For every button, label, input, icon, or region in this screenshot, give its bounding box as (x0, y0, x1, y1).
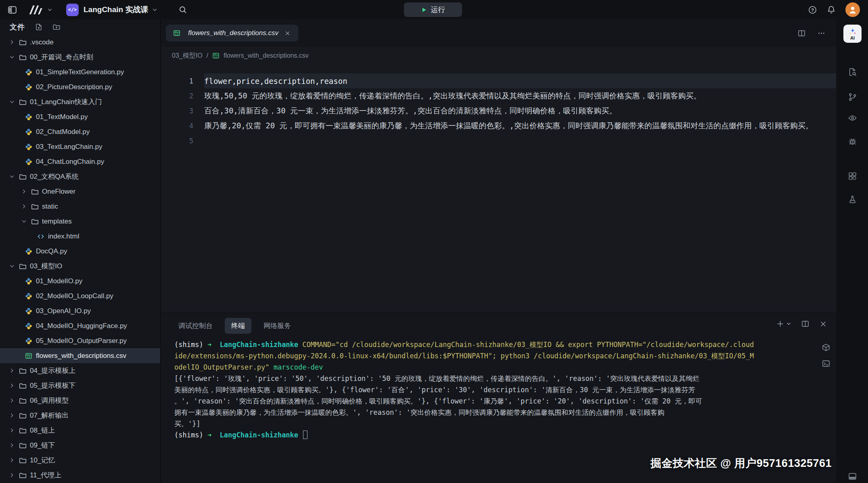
search-icon[interactable] (178, 5, 187, 14)
search-files-icon[interactable] (848, 67, 857, 77)
help-icon[interactable]: ? (808, 5, 817, 15)
tree-item-label: 03_TextLangChain.py (36, 143, 102, 151)
logo-chevron-down-icon[interactable] (47, 7, 52, 13)
tree-item[interactable]: OneFlower (0, 184, 160, 199)
chevron-down-icon (9, 99, 15, 105)
tree-item[interactable]: templates (0, 214, 160, 229)
package-icon[interactable] (822, 343, 830, 352)
toggle-panel-icon[interactable] (848, 472, 857, 481)
workspace-badge[interactable]: </> (66, 4, 79, 16)
tree-item[interactable]: 01_SimpleTextGeneration.py (0, 65, 160, 79)
code-line[interactable]: 3百合,30,清新百合，30 元一束，为生活增添一抹淡雅芬芳。,突出百合的清新淡… (161, 103, 836, 118)
tab-debug-console[interactable]: 调试控制台 (172, 318, 219, 334)
more-actions-icon[interactable] (817, 29, 826, 38)
new-file-icon[interactable] (35, 23, 43, 31)
terminal-text-out: 美丽的特点，同时强调价格实惠，吸引顾客购买。'}, {'flower': '百合… (174, 386, 695, 394)
tree-item[interactable]: 01_ModelIO.py (0, 274, 160, 289)
tree-item[interactable]: 03_TextLangChain.py (0, 139, 160, 154)
ai-assistant-button[interactable]: AI (843, 25, 862, 43)
code-editor[interactable]: 1flower,price,description,reason2玫瑰,50,5… (161, 65, 836, 313)
terminal-text-out: 。', 'reason': '突出百合的清新淡雅特点，同时明确价格，吸引顾客购买… (174, 397, 702, 405)
run-button[interactable]: 运行 (404, 2, 462, 17)
chevron-right-icon (9, 442, 15, 448)
code-line[interactable]: 5 (161, 133, 836, 148)
tree-item[interactable]: DocQA.py (0, 244, 160, 259)
tree-item[interactable]: flowers_with_descriptions.csv (0, 348, 160, 363)
split-editor-icon[interactable] (797, 29, 806, 38)
editor-area: flowers_with_descriptions.csv 03_模型IO / … (161, 19, 836, 483)
workspace-chevron-down-icon[interactable] (152, 7, 157, 13)
folder-icon (19, 382, 26, 389)
tree-item[interactable]: 09_链下 (0, 438, 160, 453)
terminal-panel-icon[interactable] (822, 359, 830, 368)
tree-item[interactable]: .vscode (0, 35, 160, 50)
workspace-name[interactable]: LangChain 实战课 (84, 4, 148, 15)
svg-text:?: ? (811, 7, 814, 12)
tree-item[interactable]: 05_提示模板下 (0, 378, 160, 393)
tree-item[interactable]: 04_ChatLongChain.py (0, 154, 160, 169)
debug-icon[interactable] (848, 137, 857, 146)
tree-item[interactable]: 10_记忆 (0, 453, 160, 468)
tree-item[interactable]: 01_TextModel.py (0, 109, 160, 124)
split-terminal-icon[interactable] (801, 320, 809, 328)
file-tree: .vscode00_开篇词_奇点时刻01_SimpleTextGeneratio… (0, 35, 160, 483)
tree-item[interactable]: 03_OpenAI_IO.py (0, 303, 160, 318)
notifications-icon[interactable] (827, 5, 836, 14)
toggle-sidebar-icon[interactable] (7, 5, 17, 15)
folder-icon (19, 397, 26, 404)
tab-network[interactable]: 网络服务 (257, 318, 297, 334)
tree-item-label: 03_模型IO (30, 261, 62, 271)
tree-item[interactable]: static (0, 199, 160, 214)
chevron-right-icon (9, 427, 15, 433)
marscode-logo (28, 5, 44, 15)
folder-icon (19, 442, 26, 449)
tree-item[interactable]: 00_开篇词_奇点时刻 (0, 50, 160, 65)
breadcrumb-file[interactable]: flowers_with_descriptions.csv (224, 52, 309, 59)
tab-terminal[interactable]: 终端 (225, 318, 251, 334)
python-icon (25, 307, 32, 315)
python-icon (25, 248, 32, 255)
breadcrumb-folder[interactable]: 03_模型IO (172, 52, 203, 60)
code-line[interactable]: 2玫瑰,50,50 元的玫瑰，绽放着爱情的绚烂，传递着深情的告白。,突出玫瑰代表… (161, 88, 836, 103)
breadcrumb[interactable]: 03_模型IO / flowers_with_descriptions.csv (172, 47, 309, 65)
ai-label: AI (850, 36, 855, 40)
close-panel-icon[interactable] (819, 320, 827, 328)
tree-item[interactable]: 04_ModelIO_HuggingFace.py (0, 318, 160, 333)
python-icon (25, 143, 32, 151)
extensions-icon[interactable] (848, 171, 857, 181)
avatar[interactable] (845, 2, 860, 17)
tree-item[interactable]: index.html (0, 229, 160, 244)
play-icon (421, 7, 427, 13)
tree-item-label: 01_TextModel.py (36, 113, 88, 121)
tree-item[interactable]: 04_提示模板上 (0, 363, 160, 378)
tests-icon[interactable] (848, 195, 857, 204)
tree-item[interactable]: 03_模型IO (0, 259, 160, 274)
folder-icon (19, 54, 26, 61)
tree-item[interactable]: 02_ChatModel.py (0, 124, 160, 139)
tree-item[interactable]: 02_文档QA系统 (0, 169, 160, 184)
python-icon (25, 293, 32, 300)
folder-icon (31, 218, 38, 225)
tree-item[interactable]: 08_链上 (0, 423, 160, 438)
tree-item[interactable]: 02_PictureDescription.py (0, 79, 160, 94)
code-line[interactable]: 1flower,price,description,reason (161, 73, 836, 88)
tree-item[interactable]: 01_LangChain快速入门 (0, 94, 160, 109)
preview-icon[interactable] (848, 113, 857, 123)
tabbar-actions (797, 19, 826, 47)
tree-item[interactable]: 11_代理上 (0, 468, 160, 483)
tree-item[interactable]: 05_ModelIO_OutputParser.py (0, 333, 160, 348)
tab-flowers-csv[interactable]: flowers_with_descriptions.csv (166, 25, 298, 42)
new-folder-icon[interactable] (52, 23, 61, 31)
terminal-text-arrow: ➜ (207, 341, 220, 349)
folder-icon (19, 263, 26, 270)
folder-icon (19, 427, 26, 434)
source-control-icon[interactable] (848, 92, 857, 102)
close-tab-icon[interactable] (284, 30, 291, 37)
tree-item[interactable]: 02_ModelIO_LoopCall.py (0, 289, 160, 303)
tree-item[interactable]: 06_调用模型 (0, 393, 160, 408)
explorer-title: 文件 (10, 22, 25, 32)
tree-item-label: 00_开篇词_奇点时刻 (30, 52, 93, 62)
tree-item[interactable]: 07_解析输出 (0, 408, 160, 423)
code-line[interactable]: 4康乃馨,20,仅需 20 元，即可拥有一束温馨美丽的康乃馨，为生活增添一抹温暖… (161, 118, 836, 133)
new-terminal-button[interactable] (776, 320, 791, 328)
